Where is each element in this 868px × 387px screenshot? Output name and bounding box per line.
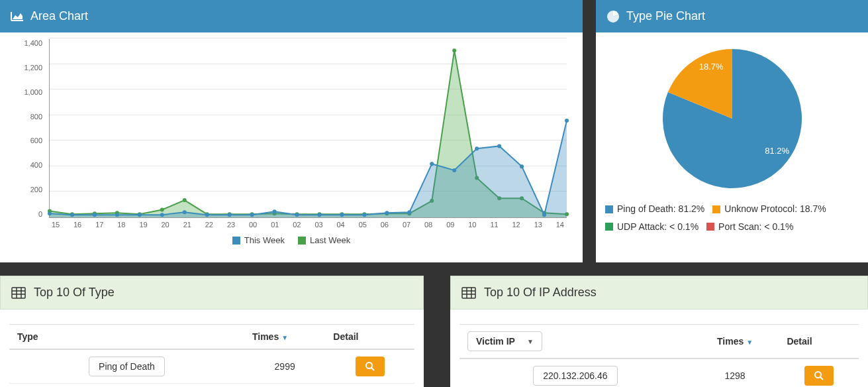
x-tick-label: 11: [488, 221, 501, 229]
x-tick-label: 02: [290, 221, 303, 229]
svg-rect-55: [462, 288, 475, 298]
search-icon: [814, 370, 824, 381]
svg-point-28: [138, 213, 142, 217]
legend-swatch: [712, 205, 720, 213]
svg-point-35: [295, 213, 299, 217]
x-tick-label: 01: [268, 221, 281, 229]
x-tick-label: 16: [71, 221, 84, 229]
sort-desc-icon: ▼: [746, 339, 753, 346]
pie-chart-header: Type Pie Chart: [596, 0, 868, 32]
legend-item[interactable]: This Week: [232, 235, 285, 245]
top10-ip-panel: Top 10 Of IP Address Victim IP▼Times▼Det…: [450, 276, 868, 387]
area-y-axis: 1,4001,2001,0008006004002000: [9, 39, 46, 218]
y-tick-label: 0: [9, 210, 42, 218]
svg-point-24: [48, 211, 52, 215]
y-tick-label: 1,400: [9, 39, 42, 47]
cell-ip: 220.132.206.46: [459, 359, 691, 387]
x-tick-label: 05: [356, 221, 369, 229]
y-tick-label: 400: [9, 161, 42, 169]
svg-point-42: [452, 168, 456, 172]
column-header[interactable]: Detail: [779, 325, 859, 359]
cell-type: Ping of Death: [9, 349, 244, 384]
legend-label: Ping of Death: 81.2%: [617, 201, 704, 217]
table-row: Ping of Death2999: [9, 349, 414, 384]
pie-slice-label: 18.7%: [699, 62, 724, 72]
y-tick-label: 800: [9, 113, 42, 121]
pie-chart-icon: [606, 10, 620, 23]
legend-swatch: [605, 223, 613, 231]
x-tick-label: 10: [465, 221, 479, 229]
area-chart-icon: [11, 11, 24, 22]
legend-label: Unknow Protocol: 18.7%: [724, 201, 826, 217]
type-chip[interactable]: Ping of Death: [89, 357, 165, 376]
legend-label: UDP Attack: < 0.1%: [617, 219, 699, 235]
legend-label: Port Scan: < 0.1%: [718, 219, 793, 235]
top10-type-table: TypeTimes▼Detail Ping of Death2999: [9, 324, 414, 384]
table-icon: [461, 287, 476, 299]
top10-type-header: Top 10 Of Type: [0, 276, 424, 309]
pie-chart-panel: Type Pie Chart 81.2% 18.7% Ping of Death…: [596, 0, 868, 262]
legend-item[interactable]: Last Week: [298, 235, 350, 245]
svg-point-46: [542, 213, 546, 217]
svg-point-39: [385, 211, 389, 215]
x-tick-label: 23: [224, 221, 238, 229]
cell-times: 1298: [691, 359, 779, 387]
top10-type-panel: Top 10 Of Type TypeTimes▼Detail Ping of …: [0, 276, 424, 387]
legend-item[interactable]: Unknow Protocol: 18.7%: [712, 201, 826, 217]
pie-chart: 81.2% 18.7%: [605, 39, 859, 198]
area-chart: 1,4001,2001,0008006004002000 15161718192…: [9, 39, 573, 231]
ip-chip[interactable]: 220.132.206.46: [533, 366, 617, 386]
x-tick-label: 22: [203, 221, 216, 229]
victim-ip-dropdown[interactable]: Victim IP▼: [467, 331, 542, 351]
svg-point-26: [93, 213, 97, 217]
x-tick-label: 15: [49, 221, 62, 229]
legend-item[interactable]: UDP Attack: < 0.1%: [605, 219, 699, 235]
x-tick-label: 03: [313, 221, 326, 229]
dropdown-label: Victim IP: [476, 336, 515, 347]
svg-point-38: [362, 213, 366, 217]
pie-slice-label: 81.2%: [765, 146, 789, 156]
detail-button[interactable]: [356, 357, 385, 376]
legend-label: This Week: [244, 235, 285, 245]
x-tick-label: 07: [400, 221, 413, 229]
svg-point-6: [183, 198, 187, 202]
legend-swatch: [298, 237, 306, 245]
svg-point-53: [366, 362, 372, 368]
svg-point-41: [430, 162, 434, 166]
x-tick-label: 12: [510, 221, 523, 229]
area-chart-title: Area Chart: [30, 9, 88, 23]
x-tick-label: 17: [93, 221, 106, 229]
svg-point-40: [407, 210, 411, 214]
svg-point-60: [815, 372, 821, 378]
svg-point-37: [340, 213, 344, 217]
x-tick-label: 08: [422, 221, 435, 229]
x-tick-label: 09: [444, 221, 457, 229]
x-tick-label: 21: [181, 221, 194, 229]
x-tick-label: 20: [159, 221, 172, 229]
column-header[interactable]: Times▼: [691, 325, 779, 359]
svg-point-5: [160, 207, 164, 211]
area-x-axis: 1516171819202122230001020304050607080910…: [49, 221, 567, 229]
y-tick-label: 600: [9, 137, 42, 144]
top10-ip-title: Top 10 Of IP Address: [484, 286, 597, 300]
column-header[interactable]: Times▼: [244, 325, 325, 350]
svg-point-29: [160, 213, 164, 217]
svg-point-45: [520, 164, 524, 168]
y-tick-label: 1,200: [9, 64, 42, 72]
svg-rect-48: [12, 288, 25, 298]
column-header[interactable]: Type: [9, 325, 244, 350]
top10-type-title: Top 10 Of Type: [34, 286, 115, 300]
area-plot: [49, 39, 567, 218]
column-header[interactable]: Detail: [325, 325, 414, 350]
legend-item[interactable]: Ping of Death: 81.2%: [605, 201, 704, 217]
x-tick-label: 18: [115, 221, 128, 229]
legend-item[interactable]: Port Scan: < 0.1%: [706, 219, 793, 235]
legend-swatch: [232, 237, 240, 245]
cell-times: 2999: [244, 349, 325, 384]
detail-button[interactable]: [804, 366, 834, 386]
y-tick-label: 200: [9, 186, 42, 194]
svg-line-54: [371, 368, 374, 370]
cell-detail: [779, 359, 859, 387]
top10-ip-body: Victim IP▼Times▼Detail 220.132.206.46129…: [450, 309, 868, 387]
svg-line-61: [820, 377, 823, 380]
